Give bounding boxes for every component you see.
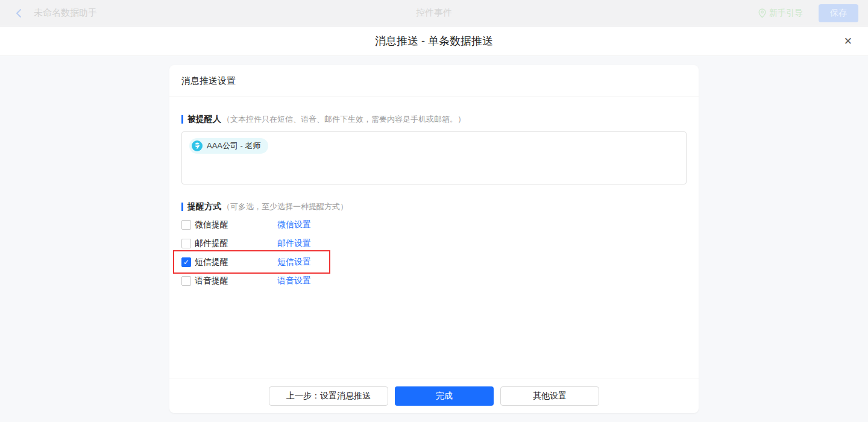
recipient-tag-label: AAA公司 - 老师 xyxy=(207,140,261,151)
method-settings-link[interactable]: 语音设置 xyxy=(277,276,311,286)
method-section-title: 提醒方式 （可多选，至少选择一种提醒方式） xyxy=(181,202,687,212)
recipient-input-box[interactable]: AAA公司 - 老师 xyxy=(181,131,687,184)
back-icon[interactable] xyxy=(14,8,23,18)
method-checkbox[interactable] xyxy=(181,276,191,286)
app-title: 未命名数据助手 xyxy=(34,7,97,19)
method-settings-link[interactable]: 邮件设置 xyxy=(277,238,311,249)
location-pin-icon xyxy=(758,8,766,18)
done-button[interactable]: 完成 xyxy=(395,386,494,406)
recipient-section-note: （文本控件只在短信、语音、邮件下生效，需要内容是手机或邮箱。） xyxy=(222,114,465,125)
modal-title: 消息推送 - 单条数据推送 xyxy=(375,34,493,48)
method-checkbox[interactable]: ✓ xyxy=(181,257,191,267)
method-label: 邮件提醒 xyxy=(195,238,277,249)
method-row: 语音提醒 语音设置 xyxy=(181,271,330,290)
prev-step-button[interactable]: 上一步：设置消息推送 xyxy=(269,386,388,406)
section-accent-bar xyxy=(181,203,183,211)
method-label: 微信提醒 xyxy=(195,219,277,230)
method-label: 语音提醒 xyxy=(195,276,277,286)
recipient-section-title: 被提醒人 （文本控件只在短信、语音、邮件下生效，需要内容是手机或邮箱。） xyxy=(181,115,687,124)
card-footer: 上一步：设置消息推送 完成 其他设置 xyxy=(169,379,699,413)
method-label: 短信提醒 xyxy=(195,257,277,268)
method-row: ✓ 短信提醒 短信设置 xyxy=(181,253,330,271)
topbar-left: 未命名数据助手 xyxy=(14,7,97,19)
method-section-note: （可多选，至少选择一种提醒方式） xyxy=(222,201,348,212)
modal-body: 消息推送设置 被提醒人 （文本控件只在短信、语音、邮件下生效，需要内容是手机或邮… xyxy=(0,56,868,421)
card-header-title: 消息推送设置 xyxy=(169,65,699,96)
method-section-name: 提醒方式 xyxy=(187,201,221,212)
beginner-guide-link[interactable]: 新手引导 xyxy=(758,8,803,19)
beginner-guide-label: 新手引导 xyxy=(769,8,803,19)
save-button[interactable]: 保存 xyxy=(819,4,858,22)
recipient-section-name: 被提醒人 xyxy=(187,114,221,125)
topbar: 未命名数据助手 控件事件 新手引导 保存 xyxy=(0,0,868,27)
method-settings-link[interactable]: 微信设置 xyxy=(277,219,311,230)
dingtalk-icon xyxy=(192,140,203,151)
page-title: 控件事件 xyxy=(416,7,452,19)
close-icon[interactable]: ✕ xyxy=(844,36,852,46)
method-section: 提醒方式 （可多选，至少选择一种提醒方式） 微信提醒 微信设置 邮件提醒 邮件设… xyxy=(181,202,687,290)
method-rows: 微信提醒 微信设置 邮件提醒 邮件设置 ✓ 短信提醒 短信设置 xyxy=(181,215,687,290)
method-settings-link[interactable]: 短信设置 xyxy=(277,257,311,268)
other-settings-button[interactable]: 其他设置 xyxy=(500,386,599,406)
modal-header: 消息推送 - 单条数据推送 ✕ xyxy=(0,27,868,56)
settings-card: 消息推送设置 被提醒人 （文本控件只在短信、语音、邮件下生效，需要内容是手机或邮… xyxy=(169,65,699,413)
card-body: 被提醒人 （文本控件只在短信、语音、邮件下生效，需要内容是手机或邮箱。） AAA… xyxy=(169,96,699,379)
method-checkbox[interactable] xyxy=(181,239,191,248)
recipient-tag[interactable]: AAA公司 - 老师 xyxy=(189,138,268,154)
section-accent-bar xyxy=(181,115,183,124)
topbar-right: 新手引导 保存 xyxy=(758,4,858,22)
method-row: 微信提醒 微信设置 xyxy=(181,215,330,234)
method-checkbox[interactable] xyxy=(181,220,191,230)
method-row: 邮件提醒 邮件设置 xyxy=(181,234,330,253)
